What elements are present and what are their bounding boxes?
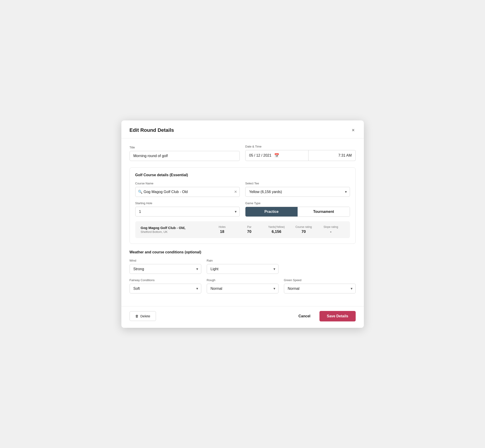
starting-hole-select[interactable]: 12345 678910 <box>135 207 240 216</box>
rain-group: Rain NoneLightModerateHeavy ▾ <box>207 259 278 274</box>
holes-stat: Holes 18 <box>209 225 236 234</box>
golf-section: Golf Course details (Essential) Course N… <box>129 167 356 244</box>
par-stat: Par 70 <box>236 225 263 234</box>
rough-wrapper: ShortNormalLong ▾ <box>207 284 278 293</box>
game-type-toggle: Practice Tournament <box>245 207 350 217</box>
green-speed-select[interactable]: SlowNormalFastVery Fast <box>284 284 356 293</box>
holes-value: 18 <box>209 230 236 234</box>
modal-footer: 🗑 Delete Cancel Save Details <box>121 306 364 328</box>
title-label: Title <box>129 146 240 149</box>
wind-select[interactable]: NoneLightModerateStrongVery Strong <box>129 264 201 274</box>
modal-header: Edit Round Details × <box>121 120 364 138</box>
close-button[interactable]: × <box>351 127 356 134</box>
weather-section: Weather and course conditions (optional)… <box>129 250 356 293</box>
select-tee-group: Select Tee Yellow (6,156 yards) White Re… <box>245 182 350 197</box>
delete-label: Delete <box>140 314 150 318</box>
course-name-label: Course Name <box>135 182 240 185</box>
yards-stat: Yards(Yellow) 6,156 <box>263 225 290 234</box>
hole-gametype-row: Starting Hole 12345 678910 ▾ Game Type P… <box>135 201 350 217</box>
delete-button[interactable]: 🗑 Delete <box>129 311 156 321</box>
modal-title: Edit Round Details <box>129 127 174 133</box>
datetime-label: Date & Time <box>245 145 356 148</box>
green-speed-label: Green Speed <box>284 278 356 282</box>
green-speed-group: Green Speed SlowNormalFastVery Fast ▾ <box>284 278 356 293</box>
conditions-row: Fairway Conditions SoftNormalFirmHard ▾ … <box>129 278 356 293</box>
course-rating-value: 70 <box>290 230 317 234</box>
title-input[interactable] <box>129 151 240 161</box>
time-value: 7:31 AM <box>338 153 352 158</box>
course-info-card: Gog Magog Golf Club - Old, Shelford Bott… <box>135 221 350 238</box>
yards-value: 6,156 <box>263 230 290 234</box>
starting-hole-wrapper: 12345 678910 ▾ <box>135 207 240 216</box>
fairway-label: Fairway Conditions <box>129 278 201 282</box>
course-name-group: Course Name 🔍 ✕ <box>135 182 240 197</box>
trash-icon: 🗑 <box>135 314 139 318</box>
time-box[interactable]: 7:31 AM <box>308 150 356 161</box>
rough-label: Rough <box>207 278 278 282</box>
rough-group: Rough ShortNormalLong ▾ <box>207 278 278 293</box>
datetime-row: 05 / 12 / 2021 📅 7:31 AM <box>245 150 356 161</box>
game-type-label: Game Type <box>245 201 350 205</box>
rain-wrapper: NoneLightModerateHeavy ▾ <box>207 264 278 274</box>
rough-select[interactable]: ShortNormalLong <box>207 284 278 293</box>
edit-round-modal: Edit Round Details × Title Date & Time 0… <box>121 120 364 328</box>
slope-rating-value: - <box>317 230 344 234</box>
fairway-wrapper: SoftNormalFirmHard ▾ <box>129 284 201 293</box>
search-icon: 🔍 <box>138 190 143 194</box>
slope-rating-stat: Slope rating - <box>317 225 344 234</box>
fairway-group: Fairway Conditions SoftNormalFirmHard ▾ <box>129 278 201 293</box>
wind-rain-row: Wind NoneLightModerateStrongVery Strong … <box>129 259 356 274</box>
course-tee-row: Course Name 🔍 ✕ Select Tee Yellow (6,156… <box>135 182 350 197</box>
top-row: Title Date & Time 05 / 12 / 2021 📅 7:31 … <box>129 145 356 161</box>
date-value: 05 / 12 / 2021 <box>249 153 271 158</box>
golf-section-title: Golf Course details (Essential) <box>135 173 350 177</box>
course-name-input[interactable] <box>135 187 240 197</box>
holes-label: Holes <box>209 225 236 229</box>
select-tee-input[interactable]: Yellow (6,156 yards) White Red Blue <box>245 187 350 197</box>
course-rating-label: Course rating <box>290 225 317 229</box>
rain-select[interactable]: NoneLightModerateHeavy <box>207 264 278 274</box>
green-speed-wrapper: SlowNormalFastVery Fast ▾ <box>284 284 356 293</box>
par-value: 70 <box>236 230 263 234</box>
cancel-button[interactable]: Cancel <box>295 312 314 321</box>
title-group: Title <box>129 146 240 161</box>
course-name-display: Gog Magog Golf Club - Old, <box>141 226 209 230</box>
select-tee-label: Select Tee <box>245 182 350 185</box>
date-box[interactable]: 05 / 12 / 2021 📅 <box>245 150 308 161</box>
course-search-wrapper: 🔍 ✕ <box>135 187 240 197</box>
datetime-group: Date & Time 05 / 12 / 2021 📅 7:31 AM <box>245 145 356 161</box>
starting-hole-group: Starting Hole 12345 678910 ▾ <box>135 201 240 217</box>
course-info-name: Gog Magog Golf Club - Old, Shelford Bott… <box>141 226 209 233</box>
wind-group: Wind NoneLightModerateStrongVery Strong … <box>129 259 201 274</box>
wind-label: Wind <box>129 259 201 262</box>
wind-wrapper: NoneLightModerateStrongVery Strong ▾ <box>129 264 201 274</box>
yards-label: Yards(Yellow) <box>263 225 290 229</box>
slope-rating-label: Slope rating <box>317 225 344 229</box>
par-label: Par <box>236 225 263 229</box>
footer-right: Cancel Save Details <box>295 311 356 321</box>
modal-body: Title Date & Time 05 / 12 / 2021 📅 7:31 … <box>121 138 364 306</box>
game-type-group: Game Type Practice Tournament <box>245 201 350 217</box>
select-tee-wrapper: Yellow (6,156 yards) White Red Blue ▾ <box>245 187 350 197</box>
course-location: Shelford Bottom, UK <box>141 230 209 233</box>
starting-hole-label: Starting Hole <box>135 201 240 205</box>
rain-label: Rain <box>207 259 278 262</box>
course-rating-stat: Course rating 70 <box>290 225 317 234</box>
practice-button[interactable]: Practice <box>245 207 298 216</box>
save-button[interactable]: Save Details <box>319 311 356 321</box>
weather-title: Weather and course conditions (optional) <box>129 250 356 254</box>
clear-icon[interactable]: ✕ <box>234 190 237 194</box>
calendar-icon: 📅 <box>274 153 279 158</box>
fairway-select[interactable]: SoftNormalFirmHard <box>129 284 201 293</box>
tournament-button[interactable]: Tournament <box>298 207 350 216</box>
